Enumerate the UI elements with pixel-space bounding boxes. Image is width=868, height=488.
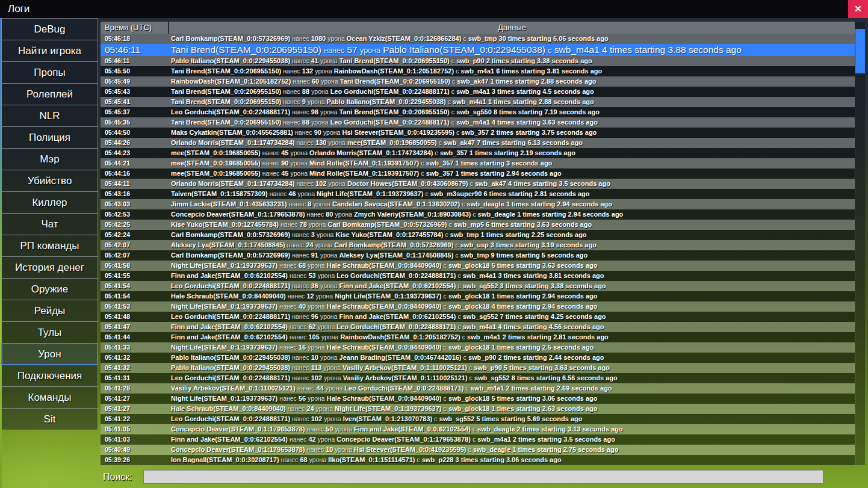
log-row[interactable]: 05:44:50Maks Cykatkin(STEAM_0:0:45562588… <box>101 128 855 138</box>
sidebar-item-sit[interactable]: Sit <box>1 408 98 430</box>
log-time: 05:45:49 <box>101 76 168 87</box>
sidebar-item-weapons[interactable]: Оружие <box>1 278 98 300</box>
log-row[interactable]: 05:43:16Taiven(STEAM_0:1:158757309) нане… <box>101 189 855 199</box>
log-row[interactable]: 05:41:27Hale Schraub(STEAM_0:0:84409040)… <box>101 404 855 414</box>
log-row[interactable]: 05:45:49RainbowDash(STEAM_0:1:205182752)… <box>101 76 855 87</box>
connector-damage: урона <box>308 303 324 310</box>
log-row[interactable]: 05:41:22Leo Gorduchi(STEAM_0:0:224888171… <box>101 414 855 424</box>
log-row[interactable]: 05:41:44Finn and Jake(STEAM_0:0:62102554… <box>101 332 855 342</box>
sidebar-item-damage[interactable]: Урон <box>1 343 98 365</box>
log-row[interactable]: 05:43:03Jimm Lackie(STEAM_0:1:435633231)… <box>101 199 855 209</box>
connector-damage: урона <box>335 425 352 433</box>
log-row[interactable]: 05:41:54Hale Schraub(STEAM_0:0:84409040)… <box>101 291 855 301</box>
log-row[interactable]: 05:41:27Night Life(STEAM_0:1:193739637) … <box>101 394 855 404</box>
log-row[interactable]: 05:44:16mee(STEAM_0:0:196850055) нанес 4… <box>101 168 855 179</box>
sidebar-item-connections[interactable]: Подключения <box>1 365 98 387</box>
log-row[interactable]: 05:41:53Night Life(STEAM_0:1:193739637) … <box>101 301 855 312</box>
connector-dealt: нанес <box>297 385 315 392</box>
sidebar-item-police[interactable]: Полиция <box>1 126 98 149</box>
log-message: Carl Bomkamp(STEAM_0:0:57326969) нанес 3… <box>168 230 855 240</box>
connector-with: с <box>444 395 447 402</box>
log-row[interactable]: 05:41:47Finn and Jake(STEAM_0:0:62102554… <box>101 322 855 332</box>
sidebar-item-raids[interactable]: Рейды <box>1 300 98 322</box>
scrollbar-track[interactable] <box>855 22 865 465</box>
search-input[interactable] <box>143 470 823 484</box>
connector-with: с <box>451 57 454 64</box>
damage-value: 12 <box>306 292 314 300</box>
log-row[interactable]: 05:41:31Leo Gorduchi(STEAM_0:0:224888171… <box>101 373 855 383</box>
sidebar-item-mayor[interactable]: Мэр <box>1 148 98 170</box>
victim-name: Mind Rolle(STEAM_0:1:193917507) <box>309 170 419 177</box>
attacker-name: Kise Yuko(STEAM_0:0:127455784) <box>171 221 279 228</box>
log-row[interactable]: 05:41:28Vasiliy Arbekov(STEAM_0:1:110025… <box>101 383 855 394</box>
sidebar-item-tools[interactable]: Тулы <box>1 321 98 344</box>
connector-damage: урона <box>309 221 326 228</box>
log-row[interactable]: 05:45:35Tani Brend(STEAM_0:0:206955150) … <box>101 117 855 128</box>
log-row[interactable]: 05:41:55Finn and Jake(STEAM_0:0:62102554… <box>101 271 855 281</box>
sidebar-item-money-history[interactable]: История денег <box>1 256 98 279</box>
sidebar-item-debug[interactable]: DeBug <box>1 18 98 40</box>
log-row[interactable]: 05:41:32Pablo Italiano(STEAM_0:0:2294550… <box>101 363 855 373</box>
attacker-name: RainbowDash(STEAM_0:1:205182752) <box>171 78 291 85</box>
log-message: Concepcio Deaver(STEAM_0:1:179653878) на… <box>168 424 855 434</box>
log-message: Hale Schraub(STEAM_0:0:84409040) нанес 2… <box>168 404 855 414</box>
log-row[interactable]: 05:41:48Leo Gorduchi(STEAM_0:0:224888171… <box>101 312 855 322</box>
log-time: 05:46:11 <box>101 56 168 66</box>
log-row[interactable]: 05:40:49Concepcio Deaver(STEAM_0:1:17965… <box>101 445 855 455</box>
log-row[interactable]: 05:41:32Pablo Italiano(STEAM_0:0:2294550… <box>101 353 855 363</box>
connector-damage: урона <box>291 149 308 156</box>
log-row[interactable]: 05:44:11Orlando Morris(STEAM_0:1:1747342… <box>101 179 855 189</box>
sidebar-item-find-player[interactable]: Найти игрока <box>1 40 98 62</box>
attacker-name: Night Life(STEAM_0:1:193739637) <box>171 303 277 310</box>
log-row[interactable]: 05:45:41Tani Brend(STEAM_0:0:206955150) … <box>101 97 855 107</box>
sidebar-item-murder[interactable]: Убийство <box>1 170 98 192</box>
log-row[interactable]: 05:41:05Concepcio Deaver(STEAM_0:1:17965… <box>101 424 855 434</box>
sidebar-item-rp-commands[interactable]: РП команды <box>1 235 98 257</box>
sidebar-item-props[interactable]: Пропы <box>1 61 98 84</box>
weapon-info: swb_deagle 1 times starting 2.75 seconds… <box>473 446 618 453</box>
log-row[interactable]: 05:41:03Finn and Jake(STEAM_0:0:62102554… <box>101 434 855 445</box>
sidebar-item-killer[interactable]: Киллер <box>1 191 98 214</box>
attacker-name: Tani Brend(STEAM_0:0:206955150) <box>171 119 281 126</box>
damage-value: 102 <box>315 180 326 187</box>
sidebar-item-commands[interactable]: Команды <box>1 386 98 409</box>
log-row[interactable]: 05:44:26Orlando Morris(STEAM_0:1:1747342… <box>101 138 855 148</box>
connector-with: с <box>548 46 551 55</box>
log-row[interactable]: 05:45:50Tani Brend(STEAM_0:0:206955150) … <box>101 66 855 76</box>
log-time: 05:42:24 <box>101 230 168 240</box>
log-row[interactable]: 05:45:37Leo Gorduchi(STEAM_0:0:224888171… <box>101 107 855 117</box>
log-time: 05:44:11 <box>101 179 168 189</box>
victim-name: Tani Brend(STEAM_0:0:206955150) <box>340 78 450 85</box>
log-row[interactable]: 05:46:11Tani Brend(STEAM_0:0:206955150) … <box>101 44 855 56</box>
log-row[interactable]: 05:42:53Concepcio Deaver(STEAM_0:1:17965… <box>101 209 855 220</box>
weapon-info: swb_glock18 5 times starting 3.63 second… <box>448 262 598 269</box>
connector-damage: урона <box>323 129 340 136</box>
log-row[interactable]: 05:41:54Leo Gorduchi(STEAM_0:0:224888171… <box>101 281 855 291</box>
sidebar-item-roleplay[interactable]: Ролеплей <box>1 83 98 105</box>
log-row[interactable]: 05:41:33Night Life(STEAM_0:1:193739637) … <box>101 342 855 353</box>
log-row[interactable]: 05:45:43Tani Brend(STEAM_0:0:206955150) … <box>101 87 855 97</box>
connector-dealt: нанес <box>293 78 310 85</box>
connector-dealt: нанес <box>292 231 309 238</box>
log-row[interactable]: 05:42:25Kise Yuko(STEAM_0:0:127455784) н… <box>101 220 855 230</box>
log-row[interactable]: 05:42:07Carl Bomkamp(STEAM_0:0:57326969)… <box>101 250 855 261</box>
log-row[interactable]: 05:39:26Ion Bagnall(STEAM_0:0:30208717) … <box>101 455 855 465</box>
attacker-name: Vasiliy Arbekov(STEAM_0:1:110025121) <box>171 385 296 392</box>
log-row[interactable]: 05:42:24Carl Bomkamp(STEAM_0:0:57326969)… <box>101 230 855 240</box>
log-row[interactable]: 05:46:18Carl Bomkamp(STEAM_0:0:57326969)… <box>101 34 855 44</box>
log-row[interactable]: 05:41:58Night Life(STEAM_0:1:193739637) … <box>101 261 855 271</box>
scrollbar-thumb[interactable] <box>855 29 865 73</box>
sidebar-item-nlr[interactable]: NLR <box>1 105 98 127</box>
attacker-name: Concepcio Deaver(STEAM_0:1:179653878) <box>171 211 305 218</box>
weapon-info: swb_glock18 1 times starting 2.63 second… <box>448 405 598 412</box>
connector-damage: урона <box>315 241 332 249</box>
log-row[interactable]: 05:44:23mee(STEAM_0:0:196850055) нанес 4… <box>101 148 855 158</box>
log-time: 05:41:44 <box>101 332 168 342</box>
sidebar-item-chat[interactable]: Чат <box>1 213 98 235</box>
damage-value: 130 <box>315 139 326 146</box>
log-row[interactable]: 05:42:07Aleksey Lya(STEAM_0:1:174508845)… <box>101 240 855 250</box>
close-button[interactable]: ✕ <box>848 0 868 18</box>
connector-dealt: нанес <box>290 323 307 330</box>
log-row[interactable]: 05:46:11Pablo Italiano(STEAM_0:0:2294550… <box>101 56 855 66</box>
log-row[interactable]: 05:44:21mee(STEAM_0:0:196850055) нанес 9… <box>101 158 855 168</box>
